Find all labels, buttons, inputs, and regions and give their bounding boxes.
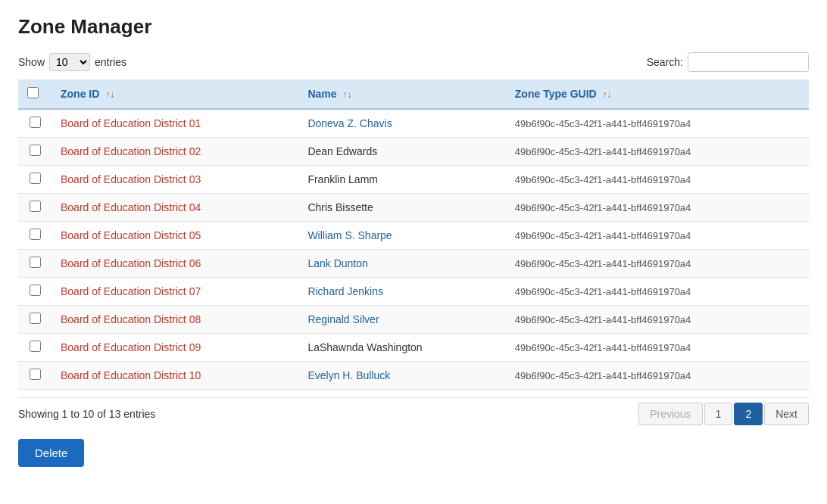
table-row: Board of Education District 03Franklin L… bbox=[18, 166, 809, 194]
header-name-label: Name bbox=[307, 88, 336, 100]
row-checkbox-cell bbox=[18, 109, 51, 138]
zone-id-cell: Board of Education District 06 bbox=[51, 250, 298, 278]
page-title: Zone Manager bbox=[18, 15, 809, 39]
table-row: Board of Education District 10Evelyn H. … bbox=[18, 362, 809, 390]
zone-id-link[interactable]: Board of Education District 06 bbox=[61, 257, 201, 269]
zone-id-cell: Board of Education District 08 bbox=[51, 306, 298, 334]
guid-cell: 49b6f90c-45c3-42f1-a441-bff4691970a4 bbox=[506, 138, 809, 166]
table-row: Board of Education District 05William S.… bbox=[18, 222, 809, 250]
guid-cell: 49b6f90c-45c3-42f1-a441-bff4691970a4 bbox=[506, 250, 809, 278]
guid-cell: 49b6f90c-45c3-42f1-a441-bff4691970a4 bbox=[506, 194, 809, 222]
row-checkbox[interactable] bbox=[30, 285, 41, 296]
zone-id-link[interactable]: Board of Education District 02 bbox=[61, 145, 201, 157]
header-name[interactable]: Name ↑↓ bbox=[298, 79, 505, 109]
select-all-checkbox[interactable] bbox=[27, 87, 39, 98]
search-label: Search: bbox=[647, 56, 683, 68]
header-checkbox-col bbox=[18, 79, 51, 109]
guid-cell: 49b6f90c-45c3-42f1-a441-bff4691970a4 bbox=[506, 109, 809, 138]
name-cell: Lank Dunton bbox=[298, 250, 505, 278]
header-guid-label: Zone Type GUID bbox=[515, 88, 597, 100]
header-guid[interactable]: Zone Type GUID ↑↓ bbox=[506, 79, 809, 109]
row-checkbox[interactable] bbox=[30, 369, 41, 380]
delete-area: Delete bbox=[18, 439, 809, 467]
zone-id-link[interactable]: Board of Education District 03 bbox=[61, 173, 201, 185]
name-cell: Franklin Lamm bbox=[298, 166, 505, 194]
row-checkbox-cell bbox=[18, 334, 51, 362]
row-checkbox-cell bbox=[18, 166, 51, 194]
guid-cell: 49b6f90c-45c3-42f1-a441-bff4691970a4 bbox=[506, 334, 809, 362]
row-checkbox[interactable] bbox=[30, 117, 41, 128]
zone-id-cell: Board of Education District 02 bbox=[51, 138, 298, 166]
row-checkbox-cell bbox=[18, 362, 51, 390]
row-checkbox-cell bbox=[18, 278, 51, 306]
zone-id-cell: Board of Education District 05 bbox=[51, 222, 298, 250]
name-cell: Reginald Silver bbox=[298, 306, 505, 334]
name-cell: William S. Sharpe bbox=[298, 222, 505, 250]
zone-id-link[interactable]: Board of Education District 10 bbox=[61, 369, 201, 381]
row-checkbox[interactable] bbox=[30, 229, 41, 240]
row-checkbox[interactable] bbox=[30, 257, 41, 268]
header-zone-id[interactable]: Zone ID ↑↓ bbox=[51, 79, 298, 109]
guid-cell: 49b6f90c-45c3-42f1-a441-bff4691970a4 bbox=[506, 222, 809, 250]
row-checkbox-cell bbox=[18, 306, 51, 334]
zone-id-cell: Board of Education District 04 bbox=[51, 194, 298, 222]
zone-id-cell: Board of Education District 07 bbox=[51, 278, 298, 306]
zone-id-link[interactable]: Board of Education District 05 bbox=[61, 229, 201, 241]
row-checkbox[interactable] bbox=[30, 313, 41, 324]
controls-top: Show 102550100 entries Search: bbox=[18, 52, 809, 72]
name-cell: Dean Edwards bbox=[298, 138, 505, 166]
zone-id-cell: Board of Education District 01 bbox=[51, 109, 298, 138]
previous-button[interactable]: Previous bbox=[638, 403, 702, 425]
table-row: Board of Education District 07Richard Je… bbox=[18, 278, 809, 306]
pagination: Previous 1 2 Next bbox=[638, 403, 809, 425]
row-checkbox[interactable] bbox=[30, 173, 41, 184]
table-body: Board of Education District 01Doneva Z. … bbox=[18, 109, 809, 390]
name-cell: Richard Jenkins bbox=[298, 278, 505, 306]
zone-id-cell: Board of Education District 10 bbox=[51, 362, 298, 390]
table-row: Board of Education District 06Lank Dunto… bbox=[18, 250, 809, 278]
table-row: Board of Education District 08Reginald S… bbox=[18, 306, 809, 334]
table-row: Board of Education District 09LaShawnda … bbox=[18, 334, 809, 362]
search-area: Search: bbox=[647, 52, 809, 72]
name-cell: LaShawnda Washington bbox=[298, 334, 505, 362]
guid-cell: 49b6f90c-45c3-42f1-a441-bff4691970a4 bbox=[506, 362, 809, 390]
page-1-button[interactable]: 1 bbox=[704, 403, 733, 425]
name-cell: Evelyn H. Bulluck bbox=[298, 362, 505, 390]
sort-icon-zone-id: ↑↓ bbox=[105, 89, 114, 100]
entries-label: entries bbox=[95, 56, 126, 68]
row-checkbox-cell bbox=[18, 250, 51, 278]
page-2-button[interactable]: 2 bbox=[734, 403, 763, 425]
zone-id-link[interactable]: Board of Education District 07 bbox=[61, 285, 201, 297]
row-checkbox[interactable] bbox=[30, 145, 41, 156]
header-zone-id-label: Zone ID bbox=[61, 88, 99, 100]
zone-table: Zone ID ↑↓ Name ↑↓ Zone Type GUID ↑↓ Boa… bbox=[18, 79, 809, 390]
table-row: Board of Education District 04Chris Biss… bbox=[18, 194, 809, 222]
zone-id-cell: Board of Education District 03 bbox=[51, 166, 298, 194]
next-button[interactable]: Next bbox=[764, 403, 809, 425]
search-input[interactable] bbox=[688, 52, 809, 72]
guid-cell: 49b6f90c-45c3-42f1-a441-bff4691970a4 bbox=[506, 306, 809, 334]
zone-id-link[interactable]: Board of Education District 08 bbox=[61, 313, 201, 325]
delete-button[interactable]: Delete bbox=[18, 439, 84, 467]
guid-cell: 49b6f90c-45c3-42f1-a441-bff4691970a4 bbox=[506, 278, 809, 306]
show-entries-control: Show 102550100 entries bbox=[18, 53, 126, 71]
sort-icon-guid: ↑↓ bbox=[603, 89, 612, 100]
show-label: Show bbox=[18, 56, 45, 68]
row-checkbox-cell bbox=[18, 222, 51, 250]
row-checkbox[interactable] bbox=[30, 341, 41, 352]
name-cell: Chris Bissette bbox=[298, 194, 505, 222]
zone-id-link[interactable]: Board of Education District 09 bbox=[61, 341, 201, 353]
guid-cell: 49b6f90c-45c3-42f1-a441-bff4691970a4 bbox=[506, 166, 809, 194]
table-row: Board of Education District 01Doneva Z. … bbox=[18, 109, 809, 138]
showing-text: Showing 1 to 10 of 13 entries bbox=[18, 408, 155, 420]
table-row: Board of Education District 02Dean Edwar… bbox=[18, 138, 809, 166]
entries-select[interactable]: 102550100 bbox=[49, 53, 90, 71]
controls-bottom: Showing 1 to 10 of 13 entries Previous 1… bbox=[18, 397, 809, 425]
row-checkbox[interactable] bbox=[30, 201, 41, 212]
zone-id-link[interactable]: Board of Education District 01 bbox=[61, 117, 201, 129]
zone-id-cell: Board of Education District 09 bbox=[51, 334, 298, 362]
zone-id-link[interactable]: Board of Education District 04 bbox=[61, 201, 201, 213]
row-checkbox-cell bbox=[18, 138, 51, 166]
table-header-row: Zone ID ↑↓ Name ↑↓ Zone Type GUID ↑↓ bbox=[18, 79, 809, 109]
name-cell: Doneva Z. Chavis bbox=[298, 109, 505, 138]
